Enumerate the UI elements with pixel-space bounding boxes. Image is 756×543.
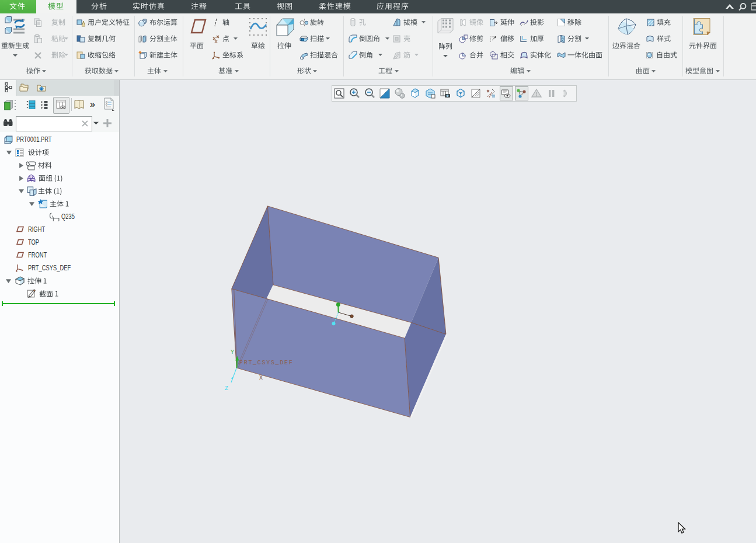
svg-text:X: X: [259, 375, 263, 381]
svg-text:Y: Y: [231, 349, 234, 356]
svg-text:PRT_CSYS_DEF: PRT_CSYS_DEF: [239, 360, 293, 366]
svg-text:Z: Z: [225, 385, 228, 392]
